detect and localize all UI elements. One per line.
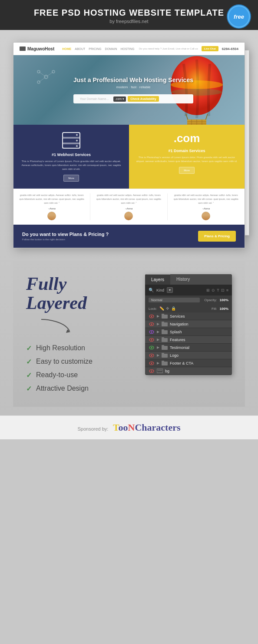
webhost-more-button[interactable]: More — [63, 175, 79, 182]
svg-point-39 — [151, 339, 152, 340]
nav-pricing[interactable]: PRICING — [89, 47, 101, 50]
layer-footer-cta[interactable]: ▶ Footer & CTA — [145, 359, 232, 367]
filter-icon-2[interactable]: ⊙ — [212, 288, 215, 292]
lock-icon-1[interactable]: ✏️ — [159, 306, 164, 311]
lock-icon-2[interactable]: ✥ — [166, 306, 169, 311]
lock-icon-3[interactable]: 🔒 — [171, 306, 176, 311]
plans-pricing-button[interactable]: Plans & Pricing — [198, 231, 236, 242]
layer-arrow-services: ▶ — [157, 314, 159, 318]
header-subtitle: by freepsdfiles.net — [9, 19, 249, 24]
eye-icon-footer-cta[interactable] — [149, 361, 155, 365]
check-icon-2: ✓ — [26, 358, 32, 366]
nav-domain[interactable]: DOMAIN — [105, 47, 117, 50]
filter-icons: ⊞ ⊙ T ⊡ ≡ — [206, 288, 228, 292]
svg-point-51 — [151, 362, 152, 364]
folder-icon-navigation — [162, 322, 168, 326]
svg-point-24 — [76, 145, 78, 147]
eye-icon-splash[interactable] — [149, 330, 155, 334]
tab-history[interactable]: History — [170, 274, 196, 285]
svg-rect-33 — [162, 322, 164, 323]
layer-arrow-splash: ▶ — [157, 330, 159, 334]
layer-icon-bg — [157, 368, 163, 373]
nav-about[interactable]: ABOUT — [75, 47, 85, 50]
eye-icon-features[interactable] — [149, 338, 155, 342]
cta-section: Do you want to view Plans & Pricing ? Fo… — [13, 225, 245, 248]
svg-rect-52 — [162, 362, 168, 365]
fill-value: 100% — [220, 307, 228, 311]
domain-extension-select[interactable]: .com ▾ — [113, 96, 126, 102]
domain-more-button[interactable]: More — [179, 167, 195, 174]
layer-arrow-features: ▶ — [157, 338, 159, 342]
layer-features[interactable]: ▶ Features — [145, 336, 232, 344]
feature-item-2: ✓ Easy to customize — [26, 358, 136, 366]
layers-panel: Layers History 🔍 Kind ▾ ⊞ ⊙ T ⊡ ≡ Normal… — [145, 274, 232, 375]
features-section: #1 Webhost Services This is Photoshop's … — [13, 125, 245, 189]
layer-arrow-testimonial: ▶ — [157, 345, 159, 349]
domain-input-placeholder[interactable]: Your Domain Name... — [77, 97, 112, 100]
lock-label: Lock: — [149, 307, 157, 311]
hero-section: Just a Proffesional Web Hosting Services… — [13, 55, 245, 125]
layer-navigation[interactable]: ▶ Navigation — [145, 320, 232, 328]
filter-icon-5[interactable]: ≡ — [226, 288, 228, 292]
folder-icon-footer-cta — [162, 361, 168, 365]
svg-rect-45 — [162, 345, 164, 346]
eye-icon-testimonial[interactable] — [149, 345, 155, 350]
sponsored-label: Sponsored by: — [77, 426, 108, 432]
layer-bg[interactable]: bg — [145, 367, 232, 375]
svg-rect-37 — [162, 329, 164, 331]
svg-rect-56 — [157, 369, 163, 373]
info-left: Fully Layered ✓ High Resolution ✓ Easy t… — [26, 274, 136, 398]
blending-mode-select[interactable]: Normal — [149, 298, 200, 302]
feature-webhost: #1 Webhost Services This is Photoshop's … — [13, 125, 129, 189]
feature-item-4: ✓ Attractive Design — [26, 385, 136, 393]
site-logo: MaguwoHost — [20, 46, 54, 51]
filter-icon-3[interactable]: T — [217, 288, 219, 292]
tab-layers[interactable]: Layers — [145, 274, 170, 285]
eye-icon-services[interactable] — [149, 314, 155, 319]
testimonial-2: graida nibh vel velit auctor adipis. Aen… — [90, 193, 167, 220]
svg-rect-28 — [162, 315, 168, 319]
nav-hosting[interactable]: HOSTING — [121, 47, 135, 50]
eye-icon-navigation[interactable] — [149, 322, 155, 326]
domain-title: #1 Domain Services — [135, 149, 238, 153]
folder-icon-logo — [162, 353, 168, 358]
brand-oo: oo — [119, 422, 128, 433]
layer-logo[interactable]: ▶ Logo — [145, 352, 232, 359]
nav-links: HOME ABOUT PRICING DOMAIN HOSTING — [62, 47, 134, 50]
eye-icon-logo[interactable] — [149, 353, 155, 358]
layer-arrow-navigation: ▶ — [157, 322, 159, 326]
svg-point-55 — [151, 370, 152, 372]
svg-point-27 — [151, 315, 152, 317]
lock-icons: ✏️ ✥ 🔒 — [159, 306, 176, 311]
lock-row: Lock: ✏️ ✥ 🔒 Fill: 100% — [145, 305, 232, 312]
sponsored-section: Sponsored by: TooNCharacters — [0, 415, 258, 439]
live-chat-button[interactable]: Live Chat — [202, 46, 218, 51]
check-icon-3: ✓ — [26, 371, 32, 379]
layer-name-bg: bg — [165, 369, 228, 373]
filter-icon-1[interactable]: ⊞ — [206, 288, 210, 292]
svg-line-16 — [46, 72, 53, 77]
eye-icon-bg[interactable] — [149, 369, 155, 373]
layer-testimonial[interactable]: ▶ Testimonial — [145, 344, 232, 352]
check-availability-button[interactable]: Check Availability — [128, 96, 159, 102]
svg-point-22 — [76, 134, 78, 136]
layer-name-splash: Splash — [170, 330, 228, 334]
feature-domain: .com #1 Domain Services This is Photosho… — [129, 125, 245, 189]
nav-home[interactable]: HOME — [62, 47, 71, 50]
filter-icon-4[interactable]: ⊡ — [221, 288, 225, 292]
testimonial-1-name: ~Anna — [18, 207, 86, 210]
kind-select[interactable]: ▾ — [167, 287, 173, 293]
nav-cta: Do you need help ? Just Email, Live chat… — [139, 46, 238, 51]
website-mockup: MaguwoHost HOME ABOUT PRICING DOMAIN HOS… — [13, 42, 245, 248]
layer-services[interactable]: ▶ Services — [145, 312, 232, 320]
svg-rect-41 — [162, 337, 164, 339]
check-icon-4: ✓ — [26, 385, 32, 393]
feature-label-2: Easy to customize — [36, 358, 93, 365]
svg-marker-25 — [66, 329, 70, 333]
feature-label-4: Attractive Design — [36, 385, 89, 392]
site-nav: MaguwoHost HOME ABOUT PRICING DOMAIN HOS… — [13, 43, 245, 55]
layer-splash[interactable]: ▶ Splash — [145, 328, 232, 336]
feature-item-3: ✓ Ready-to-use — [26, 371, 136, 379]
svg-rect-48 — [162, 354, 168, 358]
server-icon-container — [20, 132, 123, 149]
